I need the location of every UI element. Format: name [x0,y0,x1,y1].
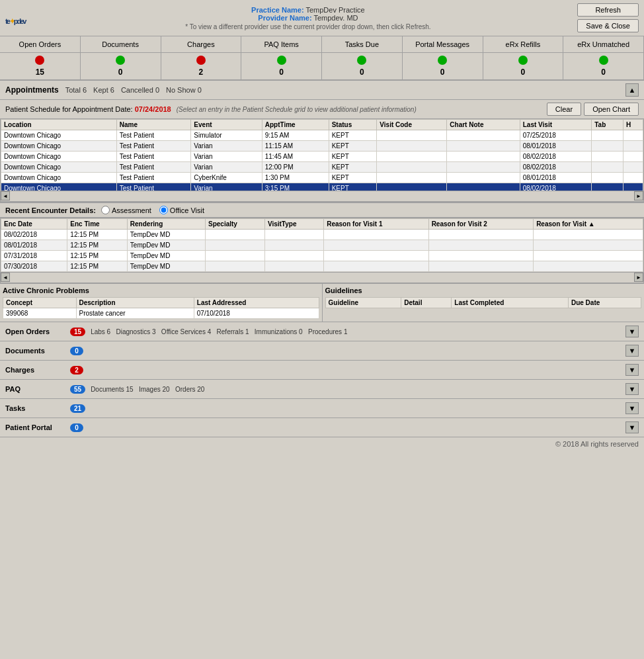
tab-open-orders[interactable]: Open Orders [0,36,81,52]
status-charges: 2 [161,53,242,79]
table-row[interactable]: 399068 Prostate cancer 07/10/2018 [3,308,319,319]
clear-button[interactable]: Clear [547,103,581,116]
schedule-grid-scroll[interactable]: Location Name Event ApptTime Status Visi… [0,118,644,191]
refresh-button[interactable]: Refresh [577,3,639,17]
cp-col-description: Description [76,298,194,308]
table-row[interactable]: Downtown Chicago Test Patient Varian 11:… [1,141,643,152]
cell-h [624,152,643,162]
table-row[interactable]: 08/01/2018 12:15 PM TempDev MD [1,240,643,251]
enc-cell-specialty [206,240,265,251]
logo: te✦pdev [5,7,25,28]
cell-location: Downtown Chicago [1,173,117,183]
cell-visitcode [377,183,447,192]
bottom-panels: Active Chronic Problems Concept Descript… [0,283,644,322]
encounter-grid-scroll[interactable]: Enc Date Enc Time Rendering Specialty Vi… [0,218,644,273]
col-name: Name [116,120,191,130]
status-circle-green-4 [277,56,286,65]
enc-scroll-left[interactable]: ◄ [1,273,10,282]
status-count-6: 0 [404,67,481,77]
status-count-1: 15 [1,67,79,77]
tab-documents[interactable]: Documents [81,36,161,52]
table-row[interactable]: 07/30/2018 12:15 PM TempDev MD [1,261,643,272]
appointments-collapse[interactable]: ▲ [625,83,639,97]
accordion-open-orders-badge: 15 [70,328,85,336]
tab-tasks-due[interactable]: Tasks Due [322,36,403,52]
encounter-header: Recent Encounter Details: Assessment Off… [0,202,644,218]
open-chart-button[interactable]: Open Chart [584,103,639,116]
accordion-charges-arrow[interactable]: ▼ [625,364,639,376]
accordion-paq-meta: Documents 15 Images 20 Orders 20 [91,386,620,393]
cell-location: Downtown Chicago [1,141,117,152]
cell-lastvisit: 08/01/2018 [520,173,591,183]
cell-lastvisit: 08/01/2018 [520,141,591,152]
enc-cell-time: 12:15 PM [67,230,128,240]
table-row[interactable]: Downtown Chicago Test Patient CyberKnife… [1,173,643,183]
tab-erx-unmatched[interactable]: eRx Unmatched [563,36,644,52]
cp-col-last-addressed: Last Addressed [194,298,319,308]
tab-charges[interactable]: Charges [161,36,242,52]
guidelines-title: Guidelines [325,286,642,294]
cell-status: KEPT [329,173,377,183]
table-row[interactable]: 07/31/2018 12:15 PM TempDev MD [1,251,643,261]
scroll-right-btn[interactable]: ► [634,191,643,200]
cell-tab [592,162,624,173]
enc-cell-rfv2 [428,230,533,240]
cell-visitcode [377,173,447,183]
table-row[interactable]: Downtown Chicago Test Patient Varian 11:… [1,152,643,162]
table-row[interactable]: Downtown Chicago Test Patient Varian 12:… [1,162,643,173]
enc-cell-rendering: TempDev MD [127,230,205,240]
cell-appttime: 11:15 AM [262,141,329,152]
status-count-3: 2 [163,67,240,77]
radio-assessment-label[interactable]: Assessment [101,206,151,214]
cell-event: Simulator [191,130,262,141]
gl-col-guideline: Guideline [325,298,401,308]
radio-office-visit[interactable] [159,206,168,214]
accordion-paq-arrow[interactable]: ▼ [625,383,639,395]
accordion-open-orders-arrow[interactable]: ▼ [625,326,639,337]
cell-chartnote [447,152,520,162]
gl-col-last-completed: Last Completed [452,298,569,308]
appointments-cancelled: Cancelled 0 [121,86,159,94]
scroll-left-btn[interactable]: ◄ [1,191,10,200]
guidelines-table: Guideline Detail Last Completed Due Date [325,297,642,308]
accordion-paq-badge: 55 [70,385,85,394]
col-location: Location [1,120,117,130]
accordion-charges-title: Charges [5,366,65,374]
cell-name: Test Patient [116,152,191,162]
enc-cell-specialty [206,251,265,261]
status-paq: 0 [241,53,322,79]
accordion-documents-arrow[interactable]: ▼ [625,345,639,357]
tab-paq-items[interactable]: PAQ Items [241,36,322,52]
guidelines-scroll[interactable]: Guideline Detail Last Completed Due Date [325,297,642,308]
save-close-button[interactable]: Save & Close [577,19,639,32]
table-row[interactable]: 08/02/2018 12:15 PM TempDev MD [1,230,643,240]
radio-assessment[interactable] [101,206,110,214]
radio-office-visit-label[interactable]: Office Visit [159,206,204,214]
cp-concept: 399068 [3,308,77,319]
table-row[interactable]: Downtown Chicago Test Patient Varian 3:1… [1,183,643,192]
accordion-patient-portal-arrow[interactable]: ▼ [625,421,639,433]
status-erx-refills: 0 [483,53,564,79]
col-visitcode: Visit Code [377,120,447,130]
table-row[interactable]: Downtown Chicago Test Patient Simulator … [1,130,643,141]
tab-portal-messages[interactable]: Portal Messages [403,36,483,52]
status-circle-red-3 [196,56,206,65]
enc-col-rfv2: Reason for Visit 2 [428,219,533,230]
accordion-documents-badge: 0 [70,347,83,355]
enc-cell-date: 08/01/2018 [1,240,67,251]
enc-scroll-right[interactable]: ► [634,273,643,282]
enc-cell-rfv1 [324,251,428,261]
enc-cell-visittype [264,230,323,240]
enc-col-date: Enc Date [1,219,67,230]
accordion-patient-portal: Patient Portal 0 ▼ [0,417,644,437]
chronic-problems-scroll[interactable]: Concept Description Last Addressed 39906… [3,297,319,319]
enc-cell-specialty [206,261,265,272]
accordion-paq-title: PAQ [5,385,65,393]
accordion-tasks-arrow[interactable]: ▼ [625,402,639,414]
accordion-open-orders-title: Open Orders [5,328,65,335]
header-buttons: Refresh Save & Close [577,3,639,32]
status-circle-red-1 [35,56,44,65]
tab-erx-refills[interactable]: eRx Refills [483,36,564,52]
cell-location: Downtown Chicago [1,130,117,141]
cell-visitcode [377,152,447,162]
